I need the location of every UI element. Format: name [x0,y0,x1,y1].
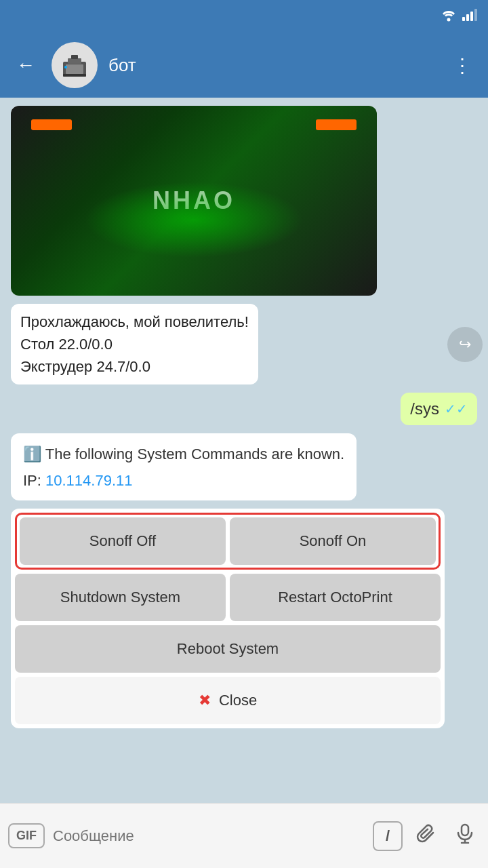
bot-bubble: Прохлаждаюсь, мой повелитель! Стол 22.0/… [11,304,258,384]
sonoff-off-button[interactable]: Sonoff Off [20,517,226,565]
input-bar: GIF / [0,803,488,868]
close-x-icon: ✖ [199,692,211,709]
gif-button[interactable]: GIF [8,823,45,848]
orange-accent-right [316,119,357,130]
close-label: Close [219,692,257,709]
svg-rect-11 [462,825,468,835]
info-emoji: ℹ️ [23,446,41,462]
close-row: ✖ Close [15,677,441,724]
svg-rect-7 [68,58,81,64]
chat-title: бот [108,55,436,76]
bot-image-message [11,106,430,296]
user-msg-content: /sys ✓✓ [410,399,468,418]
bot-line-2: Стол 22.0/0.0 [20,336,113,353]
sys-bubble: ℹ️ The following System Commands are kno… [11,433,357,500]
svg-point-10 [64,66,67,68]
orange-accent-left [31,119,72,130]
svg-rect-9 [63,74,86,77]
user-message: /sys ✓✓ [401,393,477,425]
bot-line-3: Экструдер 24.7/0.0 [20,358,150,375]
sys-title-text: The following System Commands are known. [45,446,344,462]
menu-button[interactable]: ⋮ [447,49,477,82]
ip-line: IP: 10.114.79.11 [23,472,344,490]
user-command: /sys [410,399,439,418]
header: ← бот ⋮ [0,33,488,98]
chat-area: Прохлаждаюсь, мой повелитель! Стол 22.0/… [0,98,488,803]
bot-text-row: Прохлаждаюсь, мой повелитель! Стол 22.0/… [11,304,477,384]
status-bar [0,0,488,33]
forward-button[interactable]: ↪ [447,327,483,362]
mic-icon[interactable] [450,818,480,854]
svg-rect-3 [470,12,473,21]
highlighted-sonoff-row: Sonoff Off Sonoff On [15,513,441,570]
svg-rect-8 [71,55,78,59]
bot-line-1: Прохлаждаюсь, мой повелитель! [20,313,249,330]
svg-rect-6 [66,64,83,74]
ip-address-link[interactable]: 10.114.79.11 [45,472,132,489]
signal-icon [462,9,477,24]
reboot-row: Reboot System [15,625,441,673]
svg-point-0 [447,18,451,21]
message-input[interactable] [53,817,365,855]
avatar[interactable] [52,42,98,88]
bot-text-content: Прохлаждаюсь, мой повелитель! Стол 22.0/… [20,311,249,378]
image-bubble [11,106,377,296]
reboot-system-button[interactable]: Reboot System [15,625,441,673]
read-checkmarks: ✓✓ [445,401,468,417]
sonoff-on-button[interactable]: Sonoff On [230,517,436,565]
shutdown-restart-row: Shutdown System Restart OctoPrint [15,574,441,621]
printer-image [11,106,377,296]
back-button[interactable]: ← [11,49,41,81]
close-button[interactable]: ✖ Close [15,677,441,724]
status-icons [441,8,477,25]
command-button[interactable]: / [373,821,403,851]
bot-sys-message: ℹ️ The following System Commands are kno… [11,433,430,500]
shutdown-system-button[interactable]: Shutdown System [15,574,226,621]
bot-text-message: Прохлаждаюсь, мой повелитель! Стол 22.0/… [11,304,258,384]
sys-title: ℹ️ The following System Commands are kno… [23,444,344,465]
ip-label: IP: [23,472,41,489]
wifi-icon [441,8,457,25]
restart-octoprint-button[interactable]: Restart OctoPrint [230,574,441,621]
svg-rect-2 [466,14,469,21]
svg-rect-1 [462,17,465,21]
svg-rect-4 [474,9,477,21]
all-buttons-container: Sonoff Off Sonoff On Shutdown System Res… [11,509,445,728]
attach-icon[interactable] [411,818,442,854]
user-bubble: /sys ✓✓ [401,393,477,425]
